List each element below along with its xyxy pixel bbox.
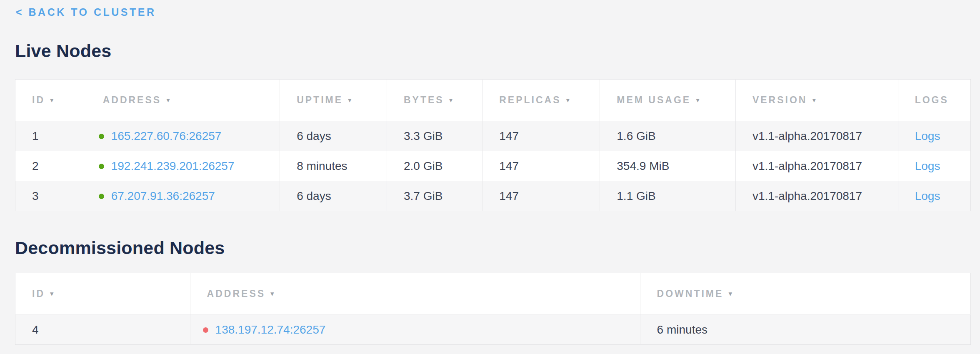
node-bytes-cell: 2.0 GiB (387, 151, 482, 181)
column-label: ADDRESS (103, 95, 161, 105)
column-header-downtime[interactable]: DOWNTIME▾ (640, 273, 970, 315)
node-id-cell: 4 (15, 315, 190, 345)
node-uptime-cell: 6 days (280, 121, 387, 151)
back-to-cluster-link[interactable]: < BACK TO CLUSTER (16, 6, 156, 18)
node-address-link[interactable]: 192.241.239.201:26257 (111, 160, 235, 172)
column-label: VERSION (752, 95, 808, 105)
node-mem-usage-cell: 354.9 MiB (600, 151, 736, 181)
node-logs-cell: Logs (898, 181, 970, 211)
sort-arrow-icon: ▾ (728, 290, 732, 298)
column-label: ID (32, 95, 45, 105)
column-header-logs: LOGS (898, 80, 970, 121)
sort-arrow-icon: ▾ (50, 96, 54, 104)
node-logs-cell: Logs (898, 121, 970, 151)
column-label: ID (32, 288, 45, 299)
live-status-dot-icon (99, 194, 104, 199)
column-header-address[interactable]: ADDRESS▾ (86, 80, 280, 121)
column-label: MEM USAGE (617, 95, 691, 105)
node-version-cell: v1.1-alpha.20170817 (735, 121, 898, 151)
table-row: 4 138.197.12.74:26257 6 minutes (15, 315, 971, 345)
table-row: 1 165.227.60.76:26257 6 days 3.3 GiB 147… (15, 121, 971, 151)
column-label: REPLICAS (499, 95, 561, 105)
column-header-replicas[interactable]: REPLICAS▾ (482, 80, 600, 121)
node-address-cell: 67.207.91.36:26257 (86, 181, 280, 211)
column-header-uptime[interactable]: UPTIME▾ (280, 80, 387, 121)
decommissioned-nodes-heading: Decommissioned Nodes (15, 238, 971, 258)
node-bytes-cell: 3.7 GiB (387, 181, 482, 211)
node-uptime-cell: 8 minutes (280, 151, 387, 181)
table-row: 2 192.241.239.201:26257 8 minutes 2.0 Gi… (15, 151, 971, 181)
column-header-address[interactable]: ADDRESS▾ (190, 273, 640, 315)
node-logs-cell: Logs (898, 151, 970, 181)
node-logs-link[interactable]: Logs (915, 160, 940, 172)
column-header-id[interactable]: ID▾ (15, 273, 190, 315)
sort-arrow-icon: ▾ (812, 96, 816, 104)
sort-arrow-icon: ▾ (50, 290, 54, 298)
node-id-cell: 1 (15, 121, 86, 151)
decommissioned-status-dot-icon (203, 327, 208, 333)
node-version-cell: v1.1-alpha.20170817 (735, 181, 898, 211)
column-label: BYTES (404, 95, 444, 105)
live-status-dot-icon (99, 164, 104, 169)
node-mem-usage-cell: 1.1 GiB (600, 181, 736, 211)
live-nodes-table: ID▾ ADDRESS▾ UPTIME▾ BYTES▾ REPLICAS▾ ME… (15, 79, 971, 211)
column-label: ADDRESS (207, 288, 265, 299)
column-label: UPTIME (297, 95, 343, 105)
sort-arrow-icon: ▾ (449, 96, 453, 104)
table-row: 3 67.207.91.36:26257 6 days 3.7 GiB 147 … (15, 181, 971, 211)
live-status-dot-icon (99, 134, 104, 139)
sort-arrow-icon: ▾ (270, 290, 274, 298)
sort-arrow-icon: ▾ (696, 96, 700, 104)
live-nodes-heading: Live Nodes (15, 41, 971, 61)
node-bytes-cell: 3.3 GiB (387, 121, 482, 151)
column-label: DOWNTIME (657, 288, 724, 299)
node-replicas-cell: 147 (482, 121, 600, 151)
node-address-link[interactable]: 67.207.91.36:26257 (111, 189, 215, 202)
live-nodes-header-row: ID▾ ADDRESS▾ UPTIME▾ BYTES▾ REPLICAS▾ ME… (15, 80, 971, 121)
sort-arrow-icon: ▾ (348, 96, 352, 104)
nodes-overview-page: < BACK TO CLUSTER Live Nodes ID▾ ADDRESS… (0, 0, 971, 345)
column-header-mem-usage[interactable]: MEM USAGE▾ (600, 80, 736, 121)
node-replicas-cell: 147 (482, 151, 600, 181)
node-id-cell: 3 (15, 181, 86, 211)
column-header-bytes[interactable]: BYTES▾ (387, 80, 482, 121)
node-version-cell: v1.1-alpha.20170817 (735, 151, 898, 181)
node-address-cell: 138.197.12.74:26257 (190, 315, 640, 345)
node-mem-usage-cell: 1.6 GiB (600, 121, 736, 151)
decommissioned-nodes-header-row: ID▾ ADDRESS▾ DOWNTIME▾ (15, 273, 971, 315)
column-header-version[interactable]: VERSION▾ (735, 80, 898, 121)
sort-arrow-icon: ▾ (566, 96, 570, 104)
node-logs-link[interactable]: Logs (915, 130, 940, 142)
node-replicas-cell: 147 (482, 181, 600, 211)
node-address-link[interactable]: 165.227.60.76:26257 (111, 130, 222, 142)
decommissioned-nodes-table: ID▾ ADDRESS▾ DOWNTIME▾ 4 138.197.12.74:2… (15, 273, 971, 345)
sort-arrow-icon: ▾ (166, 96, 170, 104)
node-address-cell: 165.227.60.76:26257 (86, 121, 280, 151)
node-uptime-cell: 6 days (280, 181, 387, 211)
node-address-link[interactable]: 138.197.12.74:26257 (215, 323, 326, 336)
node-address-cell: 192.241.239.201:26257 (86, 151, 280, 181)
column-label: LOGS (915, 95, 949, 105)
node-downtime-cell: 6 minutes (640, 315, 970, 345)
node-logs-link[interactable]: Logs (915, 189, 940, 202)
column-header-id[interactable]: ID▾ (15, 80, 86, 121)
node-id-cell: 2 (15, 151, 86, 181)
